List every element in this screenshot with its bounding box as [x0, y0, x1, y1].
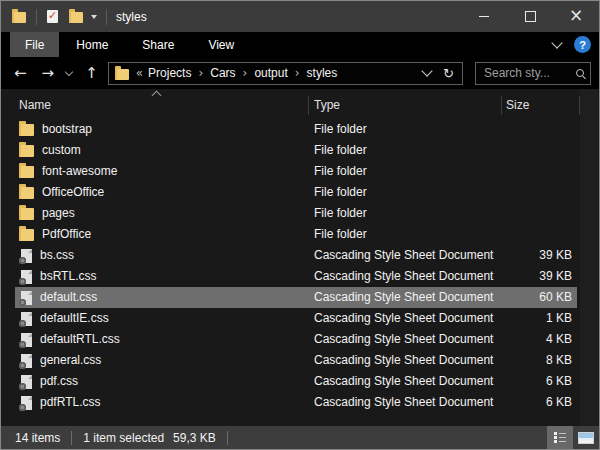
back-button[interactable]: ←	[14, 66, 27, 81]
maximize-icon	[525, 11, 536, 22]
file-row[interactable]: pages File folder	[1, 203, 599, 224]
folder-icon	[19, 166, 34, 178]
tab-home[interactable]: Home	[59, 32, 125, 57]
maximize-button[interactable]	[507, 1, 553, 32]
folder-icon	[19, 208, 34, 220]
file-row[interactable]: bsRTL.css Cascading Style Sheet Document…	[1, 266, 599, 287]
ribbon-tab-bar: File Home Share View ?	[1, 32, 599, 57]
file-row[interactable]: default.css Cascading Style Sheet Docume…	[1, 287, 599, 308]
customize-toolbar-dropdown-icon[interactable]	[91, 15, 97, 19]
file-row[interactable]: font-awesome File folder	[1, 161, 599, 182]
folder-icon	[19, 229, 34, 241]
column-header-size[interactable]: Size	[506, 98, 529, 112]
file-name-cell: pdf.css	[19, 371, 78, 392]
minimize-button[interactable]	[461, 1, 507, 32]
navigation-bar: ← → ↑ « Projects › Cars › output › style…	[1, 57, 599, 89]
address-bar[interactable]: « Projects › Cars › output › styles ↻	[108, 62, 463, 85]
breadcrumb-item-output[interactable]: output	[254, 66, 287, 80]
recent-locations-dropdown-icon[interactable]	[65, 68, 73, 76]
file-name-cell: bsRTL.css	[19, 266, 96, 287]
breadcrumb-chevron-icon: ›	[295, 66, 300, 80]
css-file-icon	[21, 291, 32, 305]
css-file-icon	[21, 270, 32, 284]
file-type: Cascading Style Sheet Document	[314, 350, 493, 371]
expand-ribbon-icon[interactable]	[551, 37, 562, 48]
file-row[interactable]: general.css Cascading Style Sheet Docume…	[1, 350, 599, 371]
close-icon: ×	[569, 7, 583, 24]
file-name-cell: bootstrap	[19, 119, 92, 140]
up-button[interactable]: ↑	[85, 66, 98, 81]
file-row[interactable]: defaultIE.css Cascading Style Sheet Docu…	[1, 308, 599, 329]
file-row[interactable]: pdfRTL.css Cascading Style Sheet Documen…	[1, 392, 599, 413]
breadcrumb-item-projects[interactable]: Projects	[148, 66, 191, 80]
view-toggle-buttons	[547, 426, 599, 449]
file-type: Cascading Style Sheet Document	[314, 308, 493, 329]
column-divider[interactable]	[501, 96, 502, 115]
file-row[interactable]: OfficeOffice File folder	[1, 182, 599, 203]
file-size: 6 KB	[546, 392, 572, 413]
file-size: 1 KB	[546, 308, 572, 329]
column-header-name[interactable]: Name	[19, 98, 51, 112]
details-view-icon	[554, 432, 567, 443]
column-divider[interactable]	[308, 96, 309, 115]
css-file-icon	[21, 312, 32, 326]
file-row[interactable]: PdfOffice File folder	[1, 224, 599, 245]
file-name-cell: PdfOffice	[19, 224, 91, 245]
file-size: 4 KB	[546, 329, 572, 350]
file-type: Cascading Style Sheet Document	[314, 266, 493, 287]
minimize-icon	[479, 16, 489, 17]
file-type: File folder	[314, 224, 367, 245]
tab-file[interactable]: File	[10, 32, 59, 57]
file-name: defaultRTL.css	[40, 329, 120, 350]
css-file-icon	[21, 354, 32, 368]
search-icon[interactable]	[576, 69, 584, 77]
file-row[interactable]: bs.css Cascading Style Sheet Document 39…	[1, 245, 599, 266]
details-view-button[interactable]	[547, 426, 573, 449]
sort-ascending-icon	[152, 91, 162, 101]
properties-icon[interactable]	[47, 10, 58, 23]
window-title: styles	[116, 10, 147, 24]
status-bar: 14 items 1 item selected 59,3 KB	[1, 426, 599, 449]
file-row[interactable]: custom File folder	[1, 140, 599, 161]
file-type: File folder	[314, 119, 367, 140]
new-folder-icon[interactable]	[69, 12, 83, 23]
forward-button[interactable]: →	[42, 66, 55, 81]
tab-view[interactable]: View	[191, 32, 251, 57]
file-name-cell: OfficeOffice	[19, 182, 104, 203]
thumbnails-view-button[interactable]	[573, 426, 599, 449]
file-row[interactable]: defaultRTL.css Cascading Style Sheet Doc…	[1, 329, 599, 350]
breadcrumb-item-cars[interactable]: Cars	[210, 66, 235, 80]
breadcrumb-overflow-icon[interactable]: «	[136, 66, 143, 80]
close-button[interactable]: ×	[553, 1, 599, 32]
file-name: custom	[42, 140, 81, 161]
column-header-type[interactable]: Type	[314, 98, 340, 112]
status-divider	[71, 431, 72, 445]
file-name: defaultIE.css	[40, 308, 109, 329]
file-name: pdf.css	[40, 371, 78, 392]
help-button[interactable]: ?	[574, 36, 591, 53]
tab-share[interactable]: Share	[125, 32, 191, 57]
search-input[interactable]	[482, 65, 576, 81]
file-row[interactable]: pdf.css Cascading Style Sheet Document 6…	[1, 371, 599, 392]
selection-size: 59,3 KB	[173, 431, 216, 445]
file-type: Cascading Style Sheet Document	[314, 392, 493, 413]
address-dropdown-icon[interactable]	[421, 65, 432, 76]
file-name-cell: pdfRTL.css	[19, 392, 100, 413]
breadcrumb-item-styles[interactable]: styles	[307, 66, 338, 80]
titlebar-divider	[106, 9, 107, 25]
title-bar: styles ×	[1, 1, 599, 32]
breadcrumb-chevron-icon: ›	[198, 66, 203, 80]
file-name: general.css	[40, 350, 101, 371]
search-box[interactable]	[475, 62, 591, 85]
file-row[interactable]: bootstrap File folder	[1, 119, 599, 140]
file-type: Cascading Style Sheet Document	[314, 329, 493, 350]
file-type: File folder	[314, 161, 367, 182]
css-file-icon	[21, 375, 32, 389]
file-name: bs.css	[40, 245, 74, 266]
column-header-row: Name Type Size	[1, 89, 599, 119]
file-name: OfficeOffice	[42, 182, 104, 203]
folder-icon	[19, 187, 34, 199]
refresh-icon[interactable]: ↻	[443, 67, 454, 80]
file-name-cell: font-awesome	[19, 161, 117, 182]
css-file-icon	[21, 333, 32, 347]
